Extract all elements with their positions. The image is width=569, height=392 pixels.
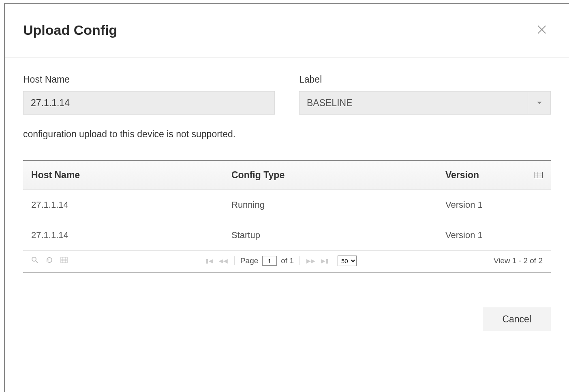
next-page-button[interactable]: ▶▶ [306,258,316,264]
search-icon[interactable] [31,256,39,266]
form-row: Host Name Label BASELINE [23,74,551,115]
label-label: Label [299,74,551,85]
svg-line-6 [36,261,38,263]
col-hostname[interactable]: Host Name [23,161,223,190]
label-select[interactable]: BASELINE [299,91,551,115]
config-table: Host Name Config Type Version 27.1.1.14 [23,161,551,251]
hostname-label: Host Name [23,74,275,85]
label-select-toggle[interactable] [528,92,550,114]
hostname-input[interactable] [23,91,275,115]
modal-header: Upload Config [5,4,569,58]
divider [299,256,300,265]
unsupported-message: configuration upload to this device is n… [23,129,551,140]
first-page-button[interactable]: ▮◀ [205,258,214,264]
table-footer: ▮◀ ◀◀ Page of 1 ▶▶ ▶▮ 50 View 1 - 2 of 2 [23,251,551,273]
column-settings-icon [535,170,543,180]
cell-config-type: Startup [223,220,437,251]
cell-config-type: Running [223,190,437,220]
table-row[interactable]: 27.1.1.14 Startup Version 1 [23,220,551,251]
modal-footer: Cancel [5,287,569,331]
page-label: Page [240,256,258,265]
cell-hostname: 27.1.1.14 [23,190,223,220]
modal-body: Host Name Label BASELINE configuration u… [5,58,569,287]
table-row[interactable]: 27.1.1.14 Running Version 1 [23,190,551,220]
per-page-select[interactable]: 50 [338,256,357,266]
cell-version: Version 1 [437,190,551,220]
footer-left [31,256,68,266]
close-icon [536,24,548,35]
col-version[interactable]: Version [437,161,526,190]
modal-title: Upload Config [23,22,117,38]
svg-point-5 [32,257,36,261]
table-container: Host Name Config Type Version 27.1.1.14 [23,160,551,273]
cell-hostname: 27.1.1.14 [23,220,223,251]
table-header-row: Host Name Config Type Version [23,161,551,190]
label-group: Label BASELINE [299,74,551,115]
refresh-icon[interactable] [46,256,53,266]
divider [234,256,235,265]
col-config-type[interactable]: Config Type [223,161,437,190]
prev-page-button[interactable]: ◀◀ [218,258,229,264]
svg-rect-0 [535,172,543,178]
page-input[interactable] [262,256,277,266]
of-label: of 1 [281,256,294,265]
cell-version: Version 1 [437,220,551,251]
chevron-down-icon [537,101,542,105]
col-settings[interactable] [526,161,551,190]
label-select-value: BASELINE [299,98,528,109]
last-page-button[interactable]: ▶▮ [320,258,329,264]
cancel-button[interactable]: Cancel [483,307,551,331]
hostname-group: Host Name [23,74,275,115]
svg-rect-7 [61,257,67,263]
view-range: View 1 - 2 of 2 [494,256,543,265]
pagination: ▮◀ ◀◀ Page of 1 ▶▶ ▶▮ 50 [205,256,357,266]
grid-icon[interactable] [60,256,68,266]
close-button[interactable] [533,21,551,40]
upload-config-modal: Upload Config Host Name Label BASELINE c… [4,3,569,392]
